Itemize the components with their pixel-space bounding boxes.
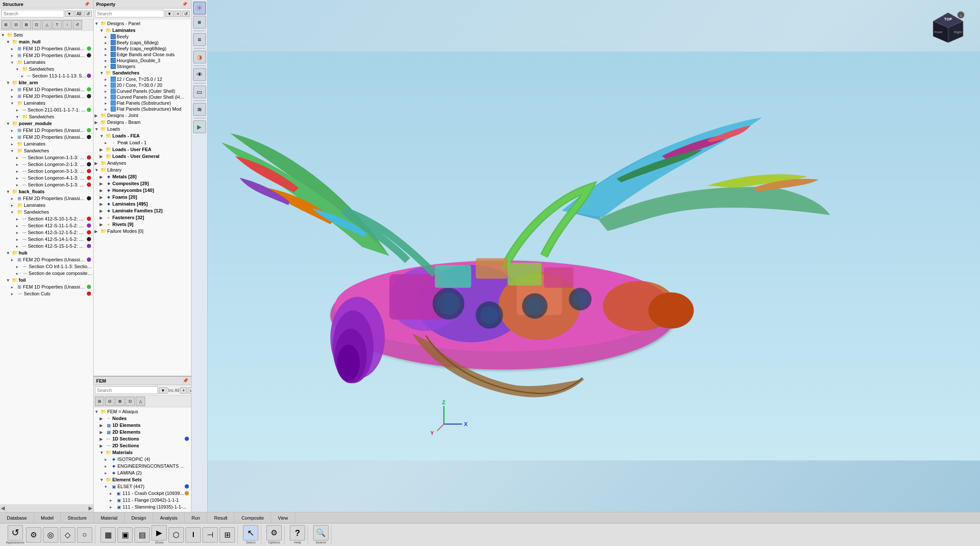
expand-icon[interactable]: ▼ [100, 477, 105, 482]
tree-item[interactable]: ▼📁back_floats [0, 188, 93, 195]
expand-icon[interactable]: ▸ [16, 264, 21, 269]
tree-item[interactable]: ▼📁FEM = Abaqus [94, 408, 191, 415]
tree-item[interactable]: ▾📁Laminates [0, 59, 93, 66]
expand-icon[interactable]: ▸ [105, 83, 110, 88]
tree-item[interactable]: ▸—Section Longeron-3-1-3: Secti... [0, 168, 93, 174]
expand-icon[interactable]: ▼ [6, 189, 11, 194]
tree-item[interactable]: ▶📁Loads - User FEA [94, 146, 191, 153]
bottom-tab-material[interactable]: Material [94, 512, 125, 523]
expand-icon[interactable]: ▸ [11, 135, 16, 140]
expand-icon[interactable]: ▼ [1, 33, 6, 37]
expand-icon[interactable]: ▸ [105, 64, 110, 69]
expand-icon[interactable]: ▾ [16, 67, 21, 71]
tree-item[interactable]: ▶◆Composites [29] [94, 180, 191, 187]
tree-item[interactable]: ▾📁Sandwiches [0, 209, 93, 215]
tree-item[interactable]: ▼📁Loads [94, 126, 191, 132]
bottom-tab-analysis[interactable]: Analysis [153, 512, 185, 523]
tree-item[interactable]: ▾📁Laminates [0, 100, 93, 106]
tree-item[interactable]: ▸—Section Longeron-1-1-3: Secti... [0, 154, 93, 161]
tree-item[interactable]: ▸—Section 412-S-12-1-5-2: Secti... [0, 229, 93, 236]
tree-item[interactable]: ▶●Rivets [9] [94, 221, 191, 228]
expand-icon[interactable]: ▾ [11, 101, 16, 106]
show-beam-btn[interactable]: I [186, 527, 201, 543]
expand-icon[interactable]: ▸ [11, 87, 16, 92]
expand-icon[interactable]: ▼ [6, 278, 11, 283]
expand-icon[interactable]: ▼ [94, 409, 100, 414]
expand-icon[interactable]: ▸ [105, 46, 110, 51]
expand-icon[interactable]: ▸ [11, 46, 16, 51]
tree-item[interactable]: ▸◆LAMINA (2) [94, 469, 191, 476]
structure-search-btn1[interactable]: All [74, 11, 83, 17]
tree-item[interactable]: ▸📁Laminates [0, 140, 93, 147]
expand-icon[interactable]: ▸ [16, 217, 21, 221]
expand-icon[interactable]: ▸ [16, 237, 21, 242]
tree-item[interactable]: ▸Flat Panels (Substructure) Mod [94, 106, 191, 112]
fem-pin-icon[interactable]: 📌 [183, 378, 189, 383]
expand-icon[interactable]: ▸ [16, 230, 21, 235]
tree-item[interactable]: ▼📁Laminates [94, 27, 191, 34]
appearance-globe-btn[interactable]: ○ [77, 527, 92, 543]
tree-item[interactable]: ▸▣111 - Crash Cockpit (10939)... [94, 490, 191, 497]
expand-icon[interactable]: ▶ [94, 120, 100, 125]
expand-icon[interactable]: ▼ [100, 28, 105, 33]
tree-item[interactable]: ▸—Section de coque composite6... [0, 270, 93, 277]
help-btn[interactable]: ? [290, 525, 305, 540]
expand-icon[interactable]: ▶ [100, 443, 105, 448]
expand-icon[interactable]: ▸ [105, 89, 110, 94]
pie-tool-btn[interactable]: ◑ [193, 51, 206, 63]
tree-item[interactable]: ▸—Section Longeron-5-1-3: Secti... [0, 181, 93, 188]
bottom-tab-run[interactable]: Run [185, 512, 207, 523]
expand-icon[interactable]: ▾ [11, 60, 16, 65]
tree-item[interactable]: ▸Stringers [94, 63, 191, 69]
tree-item[interactable]: ▼📁Designs - Panel [94, 20, 191, 27]
tree-item[interactable]: ▸↓Peak Load - 1 [94, 139, 191, 146]
tree-item[interactable]: ▸—Section 211-001-1-1-7-1: Sect... [0, 106, 93, 113]
expand-icon[interactable]: ▼ [94, 127, 100, 131]
show-table-btn[interactable]: ▣ [117, 527, 133, 543]
expand-icon[interactable]: ▸ [11, 53, 16, 58]
tree-item[interactable]: ▼📁hub [0, 249, 93, 256]
fem-search-dropdown[interactable]: ▼ [159, 387, 167, 394]
tree-item[interactable]: ▸—Section Longeron-4-1-3: Secti... [0, 174, 93, 181]
tree-item[interactable]: ▾📁Sandwiches [0, 113, 93, 120]
expand-icon[interactable]: ▸ [11, 94, 16, 99]
appearance-rotate-btn[interactable]: ↺ [8, 525, 23, 540]
expand-icon[interactable]: ▼ [6, 121, 11, 126]
tree-item[interactable]: ▶◆Laminate Families [12] [94, 207, 191, 214]
tree-item[interactable]: ▸Edge Bands and Close outs [94, 51, 191, 57]
expand-icon[interactable]: ▶ [100, 202, 105, 206]
tree-item[interactable]: ▼📁power_module [0, 120, 93, 127]
show-grid-btn[interactable]: ▦ [100, 527, 116, 543]
tree-item[interactable]: ▸▣111 - Slamming (10935)-1-1-... [94, 503, 191, 510]
tree-item[interactable]: ▾📁Sandwiches [0, 66, 93, 72]
expand-icon[interactable]: ▸ [11, 257, 16, 262]
layers-tool-btn[interactable]: ≡ [193, 33, 206, 46]
structure-refresh-btn[interactable]: ↺ [84, 11, 92, 17]
tree-item[interactable]: ▸—Section 113-1-1-1-13: Section... [0, 72, 93, 79]
tool-btn-3[interactable]: ⊠ [22, 20, 31, 29]
expand-icon[interactable]: ▸ [16, 223, 21, 228]
tree-item[interactable]: ▶📁Designs - Beam [94, 119, 191, 126]
expand-icon[interactable]: ▸ [21, 74, 26, 78]
expand-icon[interactable]: ▸ [105, 457, 110, 462]
expand-icon[interactable]: ▼ [94, 21, 100, 26]
expand-icon[interactable]: ▶ [100, 437, 105, 441]
tree-item[interactable]: ▸Hourglass_Double_3 [94, 57, 191, 63]
tree-item[interactable]: ▶◆Honeycombs [140] [94, 187, 191, 194]
structure-search-dropdown[interactable]: ▼ [65, 11, 74, 17]
tree-item[interactable]: ▼📁Loads - FEA [94, 132, 191, 139]
property-search-input[interactable] [95, 10, 164, 17]
tree-item[interactable]: ▸Beefy [94, 34, 191, 40]
tool-btn-6[interactable]: T [52, 20, 62, 29]
expand-icon[interactable]: ▸ [16, 155, 21, 160]
tree-item[interactable]: ▶📁Analyses [94, 160, 191, 166]
expand-icon[interactable]: ▸ [110, 505, 115, 509]
show-arrow-btn[interactable]: ▶ [151, 525, 167, 540]
tree-item[interactable]: ▼📁Sandwiches [94, 69, 191, 76]
expand-icon[interactable]: ▸ [105, 95, 110, 100]
expand-icon[interactable]: ▼ [100, 71, 105, 75]
tree-item[interactable]: ▸—Section 412-S-14-1-5-2: Secti... [0, 236, 93, 243]
tree-item[interactable]: ▸—Section Longeron-2-1-3: Secti... [0, 161, 93, 168]
fem-tool-4[interactable]: ⊡ [126, 397, 135, 406]
3d-viewport[interactable]: TOP Right Front ⌂ [208, 0, 980, 512]
